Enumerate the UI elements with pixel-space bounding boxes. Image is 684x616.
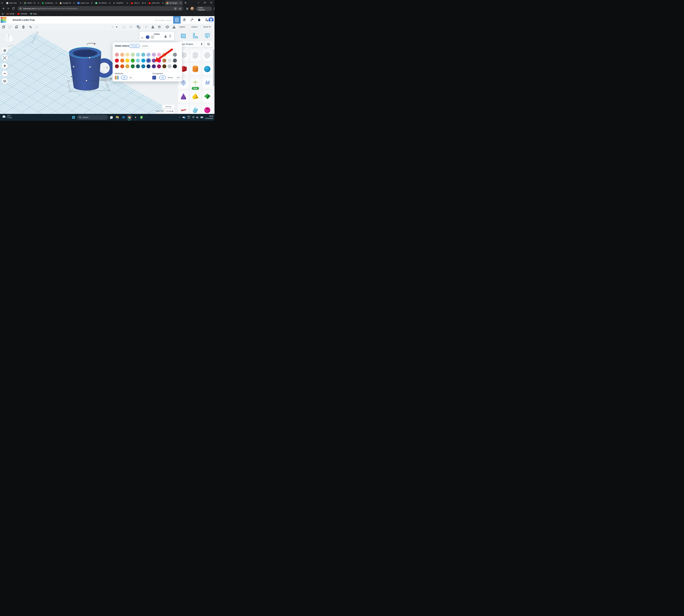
ruler-tool-icon[interactable] [192,33,198,39]
browser-tab-4[interactable]: week 2 ass [76,1,94,5]
forward-icon[interactable] [6,7,10,10]
sidebar-scrollbar[interactable] [213,49,214,86]
shape-item-spintop[interactable]: New! [190,76,201,89]
url-text[interactable]: tinkercad.com/things/frHmbnTnX8w/edit?re… [23,7,77,9]
transparent-off[interactable]: Off [159,76,166,80]
multicolor-off[interactable]: Off [121,76,128,80]
tab-close-icon[interactable] [91,2,93,4]
language-switcher[interactable]: ENG UK [187,115,190,119]
color-swatch[interactable] [136,64,140,68]
copy-icon[interactable] [2,25,5,29]
export-button[interactable]: Export [191,26,198,28]
browser-tab-5[interactable]: (31) Whats [94,1,112,5]
action-required-button[interactable]: Action required [196,6,212,11]
collapse-chevron-icon[interactable] [141,37,143,38]
color-swatch[interactable] [131,59,135,63]
notes-dropdown-icon[interactable] [116,26,119,29]
material-swatch[interactable] [151,35,154,39]
shape-item-cylinder-orange[interactable] [190,62,201,75]
brick-tool-button[interactable] [195,16,203,24]
vscode-button[interactable] [121,115,125,119]
perspective-toggle-button[interactable] [2,78,8,84]
color-swatch[interactable] [141,64,145,68]
apps-grid-icon[interactable] [2,13,4,15]
tab-close-icon[interactable] [109,2,111,4]
window-close-button[interactable] [208,0,214,5]
tab-close-icon[interactable] [144,2,146,4]
tab-close-icon[interactable] [55,2,57,4]
tab-close-icon[interactable] [38,2,39,4]
color-swatch[interactable] [146,53,151,57]
color-swatch[interactable] [120,53,124,57]
url-bar[interactable]: tinkercad.com/things/frHmbnTnX8w/edit?re… [18,6,183,11]
shape-item-pyramid[interactable] [190,90,201,103]
color-swatch[interactable] [115,53,119,57]
align-icon[interactable] [145,25,148,29]
reload-icon[interactable] [12,7,15,10]
mug-model-selected[interactable] [60,38,119,97]
shape-item-torus[interactable] [202,104,213,114]
file-explorer-button[interactable] [115,115,119,119]
transparent-swatch[interactable] [152,76,156,80]
browser-profile-avatar[interactable] [190,7,194,11]
color-swatch[interactable] [141,59,145,63]
shape-item-cylinder-striped[interactable] [190,49,201,62]
browser-tab-8[interactable]: (261) How [147,1,165,5]
bookmark-youtube[interactable]: YouTube [17,13,27,15]
presets-tab[interactable]: Presets [130,44,140,48]
transparent-mixed[interactable]: Mixed [166,76,175,80]
flip-icon[interactable] [151,25,154,29]
notes-bulb-icon[interactable] [111,25,114,29]
redo-icon[interactable] [35,25,39,29]
browser-menu-icon[interactable] [214,7,214,10]
color-swatch[interactable] [115,59,119,63]
group-icon[interactable] [122,25,126,29]
fit-view-button[interactable] [2,55,8,61]
transparency-icon[interactable] [137,25,140,29]
browser-tab-9[interactable]: 3D design [165,1,183,5]
browser-tab-1[interactable]: Olivier - Fa [23,1,41,5]
browser-tab-7[interactable]: (261) S [130,1,147,5]
shape-item-tube[interactable] [190,104,201,114]
tab-close-icon[interactable] [180,2,182,4]
taskbar-clock[interactable]: 18:56 07/02/2026 [205,115,213,119]
more-colors-chevron-icon[interactable] [179,76,181,78]
color-swatch[interactable] [126,59,130,63]
magnet-snap-icon[interactable] [158,25,161,29]
shape-item-scribble[interactable]: M [202,76,213,89]
color-swatch[interactable] [126,53,130,57]
shape-item-sphere-blue[interactable] [202,62,213,75]
install-icon[interactable] [174,7,177,10]
delete-icon[interactable] [22,25,25,29]
browser-tab-6[interactable]: TinyPNG – [112,1,130,5]
multicolor-on[interactable]: On [128,76,134,80]
shape-search-button[interactable] [205,41,212,47]
duplicate-icon[interactable] [15,25,18,29]
tab-close-icon[interactable] [127,2,128,4]
chrome-button[interactable] [127,115,132,120]
undo-icon[interactable] [29,25,32,29]
pickaxe-tool-button[interactable] [188,16,196,24]
inkscape-button[interactable] [134,115,138,119]
hidden-icons-chevron[interactable] [179,117,181,118]
import-button[interactable]: Import [179,26,185,28]
tray-cloud-icon[interactable] [182,116,185,118]
start-button[interactable] [71,115,75,119]
reading-list-icon[interactable] [186,7,189,10]
taskbar-search[interactable]: Search [77,115,108,119]
back-icon[interactable] [2,7,5,10]
browser-tab-2[interactable]: Academan [41,1,58,5]
color-swatch[interactable] [136,53,140,57]
bookmark-maps[interactable]: Maps [30,13,37,15]
window-minimize-button[interactable] [196,0,202,5]
bookmark-star-icon[interactable] [179,7,181,10]
tab-search-chevron-icon[interactable] [1,2,3,3]
shape-item-roof[interactable] [202,90,213,103]
green-app-button[interactable] [139,115,143,119]
selected-color-swatch[interactable] [146,35,150,39]
tab-close-icon[interactable] [162,2,164,4]
paste-icon[interactable] [8,25,12,29]
color-swatch[interactable] [131,53,135,57]
custom-tab[interactable]: Custom [140,44,150,48]
send-to-button[interactable]: Send To [203,26,211,28]
